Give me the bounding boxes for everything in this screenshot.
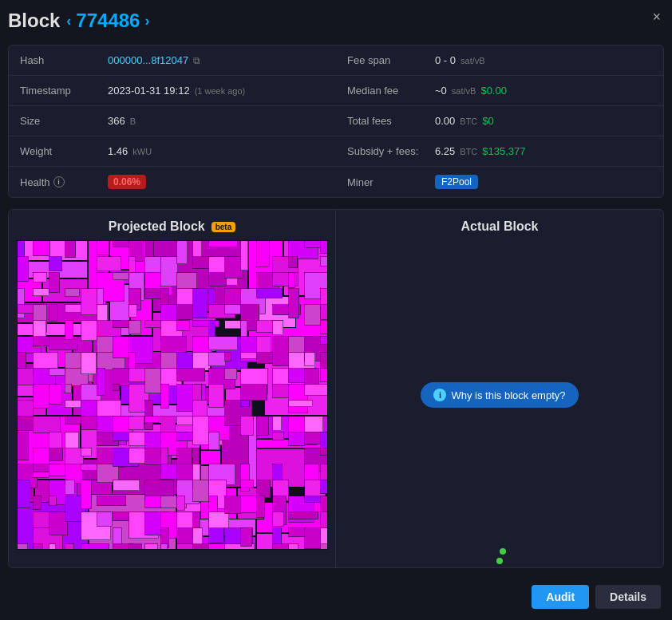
fee-span-unit: sat/vB <box>461 56 485 65</box>
page-title: Block <box>8 10 60 32</box>
miner-row: Miner F2Pool <box>336 167 663 197</box>
weight-label: Weight <box>20 145 108 157</box>
subsidy-row: Subsidy + fees: 6.25 BTC $135,377 <box>336 136 663 167</box>
viz-panel: Projected Block beta Actual Block i Why … <box>8 209 664 568</box>
health-row: Health i 0.06% <box>9 167 336 197</box>
timestamp-relative: (1 week ago) <box>195 86 246 96</box>
median-fee-value: ~0 sat/vB $0.00 <box>435 85 507 97</box>
treemap-canvas <box>17 240 328 550</box>
subsidy-value: 6.25 BTC $135,377 <box>435 145 526 157</box>
miner-label: Miner <box>347 176 435 188</box>
hash-row: Hash 000000...8f12047 ⧉ <box>9 45 336 76</box>
footer-buttons: Audit Details <box>532 585 661 609</box>
median-fee-label: Median fee <box>347 85 435 97</box>
main-container: × Block ‹ 774486 › Hash 000000...8f12047… <box>0 0 672 620</box>
timestamp-text: 2023-01-31 19:12 <box>108 85 190 97</box>
details-button[interactable]: Details <box>595 585 661 609</box>
color-indicator-dot <box>500 548 506 555</box>
timestamp-row: Timestamp 2023-01-31 19:12 (1 week ago) <box>9 76 336 106</box>
health-badge: 0.06% <box>108 175 146 189</box>
fee-span-label: Fee span <box>347 54 435 66</box>
status-dot <box>496 558 503 564</box>
subsidy-usd: $135,377 <box>482 145 525 157</box>
weight-value: 1.46 kWU <box>108 145 152 157</box>
actual-block-section: Actual Block i Why is this block empty? <box>336 210 663 567</box>
close-button[interactable]: × <box>652 10 661 24</box>
subsidy-unit: BTC <box>460 147 477 156</box>
total-fees-row: Total fees 0.00 BTC $0 <box>336 106 663 136</box>
weight-row: Weight 1.46 kWU <box>9 136 336 167</box>
info-panel: Hash 000000...8f12047 ⧉ Timestamp 2023-0… <box>8 45 664 198</box>
audit-button[interactable]: Audit <box>532 585 589 609</box>
projected-block-title-text: Projected Block <box>109 219 205 234</box>
subsidy-number: 6.25 <box>435 145 455 157</box>
median-fee-unit: sat/vB <box>452 86 476 96</box>
size-row: Size 366 B <box>9 106 336 136</box>
fee-span-row: Fee span 0 - 0 sat/vB <box>336 45 663 76</box>
size-unit: B <box>130 116 136 126</box>
size-number: 366 <box>108 115 125 127</box>
projected-block-title: Projected Block beta <box>109 210 236 240</box>
actual-block-empty: i Why is this block empty? <box>336 240 663 550</box>
miner-value: F2Pool <box>435 175 478 189</box>
subsidy-label: Subsidy + fees: <box>347 145 435 157</box>
total-fees-number: 0.00 <box>435 115 455 127</box>
why-empty-button[interactable]: i Why is this block empty? <box>421 382 578 408</box>
actual-block-title: Actual Block <box>461 210 539 240</box>
total-fees-unit: BTC <box>460 116 477 126</box>
timestamp-label: Timestamp <box>20 85 108 97</box>
median-fee-row: Median fee ~0 sat/vB $0.00 <box>336 76 663 106</box>
hash-value: 000000...8f12047 ⧉ <box>108 54 200 66</box>
fee-span-text: 0 - 0 <box>435 54 456 66</box>
why-empty-label: Why is this block empty? <box>451 389 565 401</box>
total-fees-label: Total fees <box>347 115 435 127</box>
weight-unit: kWU <box>132 147 152 156</box>
median-fee-number: ~0 <box>435 85 447 97</box>
total-fees-usd: $0 <box>482 115 493 127</box>
info-circle-icon: i <box>433 389 446 401</box>
block-number: 774486 <box>76 10 140 32</box>
actual-block-title-text: Actual Block <box>461 219 539 234</box>
info-left: Hash 000000...8f12047 ⧉ Timestamp 2023-0… <box>9 45 336 197</box>
block-navigation: ‹ 774486 › <box>66 10 149 32</box>
prev-block-arrow[interactable]: ‹ <box>66 13 71 30</box>
size-value: 366 B <box>108 115 136 127</box>
header: Block ‹ 774486 › <box>8 8 664 34</box>
hash-label: Hash <box>20 54 108 66</box>
health-label: Health i <box>20 176 108 188</box>
projected-block-section: Projected Block beta <box>9 210 336 567</box>
fee-span-value: 0 - 0 sat/vB <box>435 54 485 66</box>
next-block-arrow[interactable]: › <box>144 13 149 30</box>
timestamp-value: 2023-01-31 19:12 (1 week ago) <box>108 85 245 97</box>
copy-icon[interactable]: ⧉ <box>193 55 200 66</box>
health-value: 0.06% <box>108 175 146 189</box>
total-fees-value: 0.00 BTC $0 <box>435 115 494 127</box>
size-label: Size <box>20 115 108 127</box>
beta-badge: beta <box>211 222 236 232</box>
health-info-icon[interactable]: i <box>53 176 65 188</box>
info-right: Fee span 0 - 0 sat/vB Median fee ~0 sat/… <box>336 45 663 197</box>
hash-link[interactable]: 000000...8f12047 <box>108 54 188 66</box>
weight-number: 1.46 <box>108 145 128 157</box>
median-fee-usd: $0.00 <box>480 85 507 97</box>
miner-badge[interactable]: F2Pool <box>435 175 478 189</box>
